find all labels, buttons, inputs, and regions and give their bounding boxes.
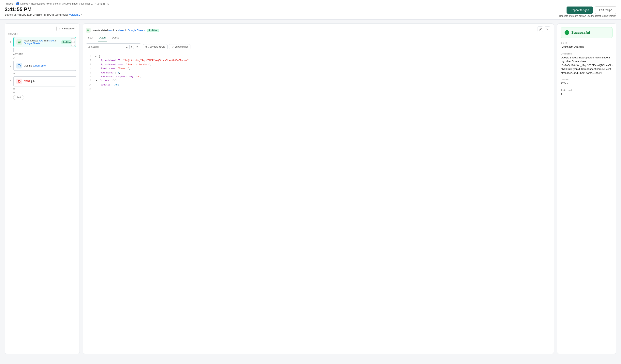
output-toolbar: ▲ ▼ ✕ ⧉ Copy raw JSON ⤢ Expand data bbox=[83, 41, 554, 52]
fullscreen-icon: ⤢ bbox=[59, 27, 61, 30]
output-header: New/updated row in a sheet in Google She… bbox=[83, 24, 554, 34]
node-collapse-btn[interactable]: − bbox=[71, 42, 75, 46]
version-link[interactable]: Version 1 bbox=[69, 13, 80, 16]
node-number-2: 2 bbox=[8, 64, 11, 67]
tab-debug[interactable]: Debug bbox=[111, 34, 120, 41]
trigger-node-label: New/updated row in a sheet in Google She… bbox=[24, 39, 59, 45]
copy-raw-json-label: Copy raw JSON bbox=[148, 45, 165, 48]
search-nav: ▲ ▼ bbox=[125, 45, 134, 49]
workflow-panel: ⤢ ⤢ Fullscreen TRIGGER 1 New/updated row… bbox=[5, 23, 80, 354]
actions-label: ACTIONS bbox=[13, 53, 76, 55]
output-link-gsheets: Google Sheets bbox=[128, 29, 145, 32]
description-label: Description bbox=[561, 52, 613, 55]
success-banner: ✓ Successful bbox=[561, 27, 613, 38]
stop-text: STOP bbox=[24, 80, 31, 83]
output-panel: New/updated row in a sheet in Google She… bbox=[83, 23, 554, 354]
fullscreen-label: ⤢ Fullscreen bbox=[61, 27, 75, 30]
info-panel: ✓ Successful Job ID j-ANfbxDfX-ANL9Tn De… bbox=[557, 23, 616, 354]
output-header-actions: ✕ bbox=[537, 26, 550, 34]
breadcrumb-job[interactable]: New/updated row in sheet in My Drive tri… bbox=[31, 2, 94, 5]
workflow-node-1: 1 New/updated row in a sheet in Google S… bbox=[8, 37, 76, 47]
output-title: New/updated row in a sheet in Google She… bbox=[93, 29, 145, 32]
svg-rect-3 bbox=[18, 42, 19, 42]
connector-arrow-2 bbox=[12, 72, 76, 75]
subtitle-prefix: Started at bbox=[5, 13, 17, 16]
page-header: 2:41:55 PM Started at Aug 27, 2024 2:41:… bbox=[5, 6, 616, 17]
breadcrumb-sep-3: › bbox=[95, 2, 96, 5]
json-line-3: 3 Spreadsheet name: "Event attendees", bbox=[86, 63, 551, 67]
svg-rect-14 bbox=[87, 29, 89, 31]
svg-rect-20 bbox=[88, 31, 89, 31]
breadcrumb-current: 2:41:55 PM bbox=[97, 2, 109, 5]
svg-rect-0 bbox=[18, 41, 20, 43]
trigger-link-sheet: sheet bbox=[48, 39, 54, 42]
columns-collapse-arrow[interactable]: ▶ bbox=[96, 79, 97, 82]
subtitle-middle: using recipe bbox=[54, 13, 69, 16]
description-section: Description Google Sheets: new/updated r… bbox=[561, 52, 613, 75]
json-line-14: 14 Updated: true bbox=[86, 83, 551, 87]
svg-rect-5 bbox=[18, 43, 19, 43]
trigger-link-gsheets: Google Sheets bbox=[24, 42, 40, 45]
svg-rect-19 bbox=[87, 31, 88, 31]
search-icon bbox=[88, 46, 90, 48]
action-node-3-card[interactable]: STOP job bbox=[13, 76, 76, 87]
svg-point-21 bbox=[88, 46, 90, 48]
header-hint: Repeats and edits always use the latest … bbox=[559, 15, 617, 17]
close-icon-button[interactable]: ✕ bbox=[545, 26, 550, 32]
duration-value: 175ms bbox=[561, 82, 613, 86]
breadcrumb: Projects › 🎓 Demos › New/updated row in … bbox=[5, 2, 616, 5]
node-number-1: 1 bbox=[8, 41, 11, 43]
workflow-node-2: 2 Get the current time bbox=[8, 61, 76, 71]
end-dot-2 bbox=[13, 92, 15, 93]
search-clear-btn[interactable]: ✕ bbox=[135, 45, 139, 49]
main-content: ⤢ ⤢ Fullscreen TRIGGER 1 New/updated row… bbox=[0, 19, 621, 358]
json-collapse-arrow[interactable]: ▼ bbox=[95, 55, 97, 58]
edit-recipe-button[interactable]: Edit recipe bbox=[595, 6, 616, 14]
breadcrumb-demos[interactable]: Demos bbox=[20, 2, 28, 5]
json-line-7: 7 ▶ Columns: {↔}, bbox=[86, 79, 551, 83]
fullscreen-button[interactable]: ⤢ ⤢ Fullscreen bbox=[56, 26, 77, 31]
tab-output[interactable]: Output bbox=[98, 34, 107, 41]
search-input[interactable] bbox=[91, 45, 123, 48]
sheets-icon bbox=[16, 39, 22, 45]
svg-rect-6 bbox=[19, 43, 20, 43]
tab-input[interactable]: Input bbox=[87, 34, 94, 41]
tasks-used-value: 1 bbox=[561, 92, 613, 96]
search-next-btn[interactable]: ▼ bbox=[129, 45, 134, 49]
svg-rect-2 bbox=[19, 41, 20, 42]
action-2-link: current time bbox=[33, 64, 46, 67]
breadcrumb-projects[interactable]: Projects bbox=[5, 2, 13, 5]
output-title-row: New/updated row in a sheet in Google She… bbox=[86, 28, 159, 33]
end-dot-1 bbox=[13, 88, 15, 90]
workflow-node-3: 3 STOP job bbox=[8, 76, 76, 87]
output-tabs: Input Output Debug bbox=[83, 34, 554, 41]
output-link-row: row bbox=[108, 29, 112, 32]
job-id-label: Job ID bbox=[561, 42, 613, 44]
node-expand-btn[interactable]: + bbox=[71, 38, 75, 42]
connector-arrow-1 bbox=[12, 56, 76, 60]
search-prev-btn[interactable]: ▲ bbox=[125, 45, 129, 49]
expand-icon: ⤢ bbox=[172, 45, 174, 48]
duration-section: Duration 175ms bbox=[561, 78, 613, 86]
output-link-sheet: sheet bbox=[118, 29, 124, 32]
action-3-label: STOP job bbox=[24, 80, 73, 83]
action-node-2-card[interactable]: Get the current time bbox=[13, 61, 76, 71]
link-icon-button[interactable] bbox=[537, 26, 543, 32]
expand-data-label: Expand data bbox=[175, 45, 188, 48]
breadcrumb-sep-1: › bbox=[14, 2, 15, 5]
description-value: Google Sheets: new/updated row in sheet … bbox=[561, 56, 613, 75]
trigger-node-card[interactable]: New/updated row in a sheet in Google She… bbox=[13, 37, 76, 47]
page-title: 2:41:55 PM bbox=[5, 6, 82, 12]
tasks-used-label: Tasks used bbox=[561, 89, 613, 91]
page-subtitle: Started at Aug 27, 2024 2:41:55 PM (PDT)… bbox=[5, 13, 82, 16]
copy-icon: ⧉ bbox=[145, 45, 147, 48]
svg-rect-17 bbox=[87, 30, 88, 30]
expand-data-button[interactable]: ⤢ Expand data bbox=[169, 44, 190, 49]
success-text: Successful bbox=[571, 31, 590, 35]
end-badge: End bbox=[13, 95, 24, 100]
copy-raw-json-button[interactable]: ⧉ Copy raw JSON bbox=[143, 44, 168, 49]
node-controls-1: + − bbox=[71, 38, 75, 46]
repeat-job-button[interactable]: Repeat this job bbox=[567, 6, 593, 14]
json-line-4: 4 Sheet name: "Sheet1", bbox=[86, 67, 551, 71]
json-line-15: 15 } bbox=[86, 87, 551, 91]
